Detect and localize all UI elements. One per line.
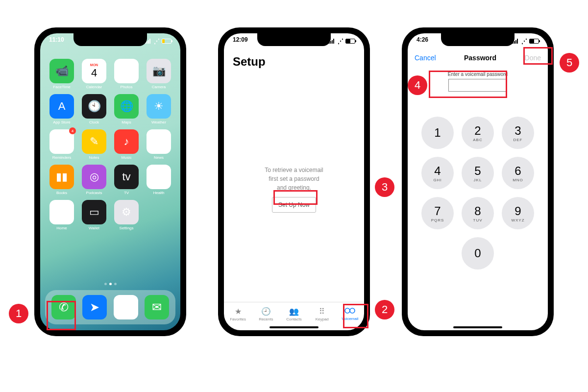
setup-title: Setup [233,55,266,69]
tab-label: Contacts [286,317,302,321]
app-health[interactable]: ♥Health [144,165,173,195]
settings-icon: ⚙︎ [114,200,139,224]
tab-label: Favorites [230,317,246,321]
tv-icon: tv [114,165,139,189]
app-music[interactable]: ♪Music [112,129,141,160]
setup-message: To retrieve a voicemail first set a pass… [224,166,364,213]
calendar-icon: MON4 [82,59,106,83]
clock-icon: 🕙 [82,94,106,119]
app-camera[interactable]: 📷Camera [144,59,173,89]
app-news[interactable]: NNews [144,129,173,160]
app-notes[interactable]: ✎Notes [79,129,109,160]
app-store-icon: A [49,94,74,119]
keypad-6[interactable]: 6MNO [502,157,534,189]
health-icon: ♥ [147,165,171,189]
maps-icon: 🌐 [114,94,139,119]
keypad-5[interactable]: 5JKL [462,157,494,189]
keypad-7[interactable]: 7PQRS [421,197,454,229]
keypad-1[interactable]: 1 [421,117,454,149]
app-books[interactable]: ▮▮Books [47,165,76,195]
highlight-phone-app [47,301,76,330]
app-clock[interactable]: 🕙Clock [79,94,109,124]
tab-recents[interactable]: 🕘Recents [252,302,280,325]
favorites-icon: ★ [235,307,242,316]
battery-icon [162,39,172,44]
tab-keypad[interactable]: ⠿Keypad [308,302,336,325]
wifi-icon: ⋰ [338,38,343,45]
keypad-0[interactable]: 0 [462,237,494,270]
keypad-8[interactable]: 8TUV [462,197,494,229]
password-title: Password [464,54,496,62]
keypad-icon: ⠿ [319,307,325,316]
tab-favorites[interactable]: ★Favorites [224,302,252,325]
cancel-button[interactable]: Cancel [415,54,436,62]
callout-5: 5 [560,53,579,73]
app-label: Notes [89,155,99,160]
news-icon: N [147,129,171,154]
app-label: Weather [151,120,166,124]
callout-3: 3 [375,177,394,197]
app-label: Health [153,191,164,195]
wallet-icon: ▭ [82,200,106,224]
facetime-icon: 📹 [49,59,74,83]
highlight-done-button [523,47,553,65]
app-label: Music [122,155,132,160]
app-home[interactable]: ⌂Home [47,200,76,230]
battery-icon [529,39,539,44]
app-label: Settings [120,226,134,230]
notch [74,33,147,46]
notch [257,33,331,46]
keypad-2[interactable]: 2ABC [462,117,494,149]
app-label: Reminders [52,155,72,160]
app-label: Calendar [86,85,102,89]
callout-1: 1 [9,304,28,323]
reminders-icon: ≣4 [49,129,74,154]
keypad-3[interactable]: 3DEF [502,117,534,149]
app-app-store[interactable]: AApp Store [47,94,76,124]
page-dots[interactable] [40,283,180,285]
wifi-icon: ⋰ [154,38,160,45]
dock-safari-icon[interactable]: ◉ [114,295,138,319]
status-time: 12:09 [233,36,248,46]
phone-voicemail-setup: 12:09 ⋰ Setup To retrieve a voicemail fi… [218,27,370,336]
tab-label: Recents [259,317,273,321]
dock-mail-icon[interactable]: ➤ [82,295,107,319]
podcasts-icon: ◎ [82,165,106,189]
app-weather[interactable]: ☀︎Weather [144,94,173,124]
tab-label: Keypad [316,317,329,321]
app-wallet[interactable]: ▭Wallet [79,200,109,230]
app-label: FaceTime [53,85,70,89]
app-photos[interactable]: ❁Photos [112,59,141,89]
app-calendar[interactable]: MON4Calendar [79,59,109,89]
app-tv[interactable]: tvTV [112,165,141,195]
books-icon: ▮▮ [49,165,74,189]
apps-grid: 📹FaceTimeMON4Calendar❁Photos📷CameraAApp … [40,56,180,233]
home-indicator[interactable] [270,326,318,328]
highlight-password-field [429,71,507,98]
contacts-icon: 👥 [289,307,299,316]
home-indicator[interactable] [453,326,502,328]
app-label: Home [56,226,67,230]
app-label: App Store [53,120,71,124]
photos-icon: ❁ [114,59,139,83]
keypad-9[interactable]: 9WXYZ [502,197,534,229]
keypad-4[interactable]: 4GHI [421,157,454,189]
app-label: Clock [89,120,99,124]
weather-icon: ☀︎ [147,94,171,119]
wifi-icon: ⋰ [521,38,527,45]
app-podcasts[interactable]: ◎Podcasts [79,165,109,195]
badge: 4 [69,127,76,134]
app-maps[interactable]: 🌐Maps [112,94,141,124]
app-reminders[interactable]: ≣4Reminders [47,129,76,160]
tab-contacts[interactable]: 👥Contacts [280,302,308,325]
camera-icon: 📷 [147,59,171,83]
app-facetime[interactable]: 📹FaceTime [47,59,76,89]
app-label: Camera [152,85,166,89]
phone-home-screen: 11:10 ⋰ 📹FaceTimeMON4Calendar❁Photos📷Cam… [34,27,186,336]
notch [441,33,514,46]
dock-messages-icon[interactable]: ✉︎ [145,295,169,319]
app-label: Maps [122,120,131,124]
app-label: Photos [121,85,133,89]
app-settings[interactable]: ⚙︎Settings [112,200,141,230]
status-time: 11:10 [49,36,64,46]
